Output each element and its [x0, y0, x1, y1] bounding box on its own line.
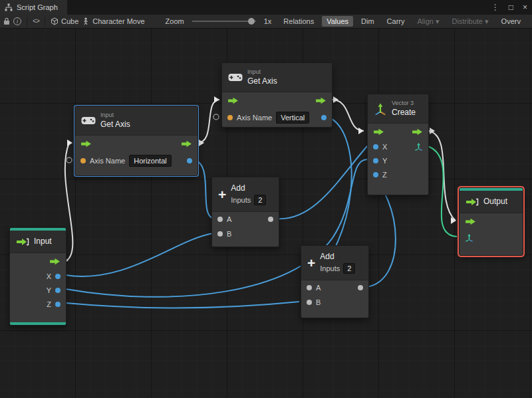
toolbar-button-values[interactable]: Values — [322, 16, 353, 27]
toolbar-button-overview[interactable]: Overv — [497, 16, 525, 27]
flow-in-port[interactable] — [227, 97, 239, 104]
character-icon — [82, 17, 90, 25]
vector3-icon — [374, 102, 387, 116]
vector3-out-port-icon[interactable] — [414, 142, 423, 151]
context-object-label: Cube — [61, 17, 78, 25]
port-a-in[interactable] — [307, 285, 312, 290]
axis-name-field[interactable]: Vertical — [276, 112, 309, 124]
input-arrow-icon — [16, 238, 29, 246]
toolbar-divider — [27, 17, 27, 26]
unconnected-port-ring[interactable] — [213, 114, 219, 120]
context-object-button[interactable]: Cube — [51, 17, 78, 25]
tab-script-graph[interactable]: Script Graph — [0, 0, 67, 15]
toolbar-button-align[interactable]: Align ▾ — [412, 16, 444, 27]
flow-in-port[interactable] — [465, 218, 476, 225]
node-get-axis-vertical[interactable]: Input Get Axis Axis Name Vertical — [221, 62, 332, 128]
zoom-slider-handle[interactable] — [248, 18, 255, 25]
toolbar-button-relations[interactable]: Relations — [279, 16, 319, 27]
node-title: Output — [483, 197, 507, 207]
port-label: Z — [47, 300, 51, 308]
wire-flow-getaxis-horizontal-to-vertical[interactable] — [198, 100, 219, 143]
graph-name-button[interactable]: Character Move — [82, 17, 144, 25]
string-in-port[interactable] — [80, 158, 86, 163]
inputs-count-field[interactable]: 2 — [254, 195, 266, 205]
node-header[interactable]: Input Get Axis — [222, 63, 332, 92]
x-in-port[interactable] — [373, 144, 378, 149]
port-label: X — [382, 143, 387, 151]
port-label: Z — [382, 171, 387, 179]
node-header[interactable]: Output — [460, 191, 523, 213]
info-icon[interactable]: i — [13, 17, 21, 25]
toolbar-button-distribute[interactable]: Distribute ▾ — [448, 16, 493, 27]
node-title: Get Axis — [100, 120, 130, 130]
inputs-count-field[interactable]: 2 — [343, 263, 355, 274]
gamepad-icon — [81, 116, 96, 125]
wire-flow-getaxis-vertical-to-vector3[interactable] — [332, 100, 364, 131]
kebab-menu-icon[interactable]: ⋮ — [487, 0, 504, 15]
node-header[interactable]: Input — [10, 231, 66, 253]
flow-out-port[interactable] — [412, 128, 423, 136]
wire-input-x-to-add1-b[interactable] — [66, 233, 213, 276]
node-header[interactable]: Input Get Axis — [75, 106, 198, 136]
z-out-port[interactable] — [55, 302, 61, 307]
result-out-port[interactable] — [358, 285, 363, 290]
flow-out-port[interactable] — [315, 97, 327, 104]
port-label: Axis Name — [237, 114, 272, 122]
gamepad-icon — [228, 73, 243, 82]
toolbar-button-carry[interactable]: Carry — [382, 16, 410, 27]
port-label: Y — [382, 157, 387, 165]
node-header[interactable]: + Add Inputs 2 — [301, 246, 368, 280]
edit-script-icon[interactable]: <> — [33, 18, 39, 25]
node-graph-output[interactable]: Output — [459, 187, 523, 256]
node-title: Get Axis — [247, 76, 277, 86]
flow-out-port[interactable] — [49, 258, 61, 265]
y-out-port[interactable] — [55, 288, 61, 293]
flow-out-port[interactable] — [181, 140, 192, 148]
string-in-port[interactable] — [227, 115, 233, 120]
graph-toolbar: i <> Cube Character Move Zoom 1x Relatio… — [0, 15, 532, 29]
graph-name-label: Character Move — [92, 17, 144, 25]
vector3-in-port-icon[interactable] — [465, 233, 473, 242]
event-accent-strip — [10, 322, 66, 325]
node-title: Create — [392, 108, 416, 118]
node-title: Add — [320, 252, 355, 262]
flow-in-port[interactable] — [373, 128, 384, 136]
node-header[interactable]: + Add Inputs 2 — [212, 177, 279, 212]
result-out-port[interactable] — [268, 217, 273, 222]
y-in-port[interactable] — [373, 158, 378, 163]
flow-arrowhead — [333, 96, 338, 103]
wire-input-z-to-add2-b[interactable] — [66, 302, 299, 308]
port-label: A — [316, 284, 321, 292]
node-get-axis-horizontal[interactable]: Input Get Axis Axis Name Horizontal — [74, 106, 198, 176]
port-label: B — [227, 230, 231, 238]
close-icon[interactable]: × — [518, 0, 532, 15]
node-add-1[interactable]: + Add Inputs 2 A B — [211, 177, 279, 247]
node-add-2[interactable]: + Add Inputs 2 A B — [301, 245, 369, 318]
maximize-icon[interactable]: □ — [504, 0, 518, 15]
node-vector3-create[interactable]: Vector 3 Create X Y Z — [367, 94, 429, 195]
tabbar-spacer — [67, 0, 487, 15]
port-label: Y — [47, 286, 51, 294]
node-subtitle: Vector 3 — [392, 100, 416, 107]
port-b-in[interactable] — [217, 231, 223, 237]
float-out-port[interactable] — [187, 158, 192, 163]
x-out-port[interactable] — [55, 274, 61, 279]
zoom-slider[interactable] — [192, 21, 256, 22]
wire-add1-to-vector3-x[interactable] — [277, 146, 368, 219]
axis-name-field[interactable]: Horizontal — [129, 155, 172, 167]
port-b-in[interactable] — [307, 300, 312, 305]
flow-in-port[interactable] — [80, 140, 92, 148]
node-graph-input[interactable]: Input X Y Z — [9, 227, 66, 326]
port-a-in[interactable] — [217, 217, 223, 222]
add-icon: + — [307, 256, 315, 270]
port-label: Axis Name — [90, 157, 125, 165]
graph-canvas[interactable]: Input Get Axis Axis Name Vertical Input … — [0, 29, 532, 398]
unconnected-port-ring[interactable] — [66, 157, 72, 163]
node-header[interactable]: Vector 3 Create — [368, 94, 428, 124]
float-out-port[interactable] — [321, 115, 327, 120]
z-in-port[interactable] — [373, 172, 378, 177]
toolbar-divider — [45, 17, 45, 26]
toolbar-button-dim[interactable]: Dim — [356, 16, 379, 27]
output-arrow-icon — [466, 198, 479, 206]
lock-icon[interactable] — [3, 17, 10, 25]
